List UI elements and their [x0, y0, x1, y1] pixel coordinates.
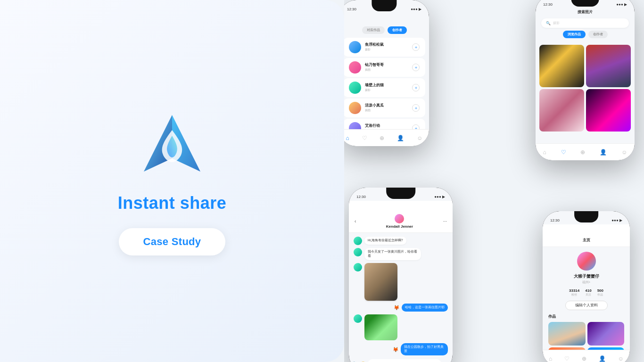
chat-header: ‹ Kendall Jenner ··· [349, 201, 453, 233]
back-button[interactable]: ‹ [355, 219, 356, 224]
profile-content: 大猴子蟹蟹仔 福州+ 33314 粉丝 410 关注 500 作品 [543, 247, 630, 362]
profile-name: 大猴子蟹蟹仔 [574, 273, 599, 280]
follow-sub-3: 摄影 [365, 88, 412, 92]
chat-msg-2: 我今天发了一张黄川图片，给你看看 [354, 248, 448, 260]
msg-bubble-2: 我今天发了一张黄川图片，给你看看 [364, 248, 421, 260]
emoji-1: 🦊 [394, 305, 399, 310]
right-panel: 12:30 ●●● ▶ 对应作品 创作者 鱼浮松松鼠 摄影 ＋ [344, 0, 644, 362]
msg-right-1: 哈哈，这是一张画住图片耶 [402, 304, 448, 312]
photo-4[interactable] [586, 89, 631, 132]
nav-settings[interactable]: ☺ [417, 135, 422, 141]
nav-settings-2[interactable]: ☺ [621, 149, 627, 156]
chat-msg-1: Hi,海角有你最近怎样啊? [354, 237, 448, 245]
search-header: 🔍 摄影 浏览作品 创作者 [536, 16, 635, 45]
nav-profile[interactable]: 👤 [397, 135, 404, 141]
follow-info-2: 钻乃智哥哥 插图 [365, 63, 412, 72]
follow-name-2: 钻乃智哥哥 [365, 63, 412, 67]
nav-add[interactable]: ⊕ [380, 135, 384, 141]
stat-fans-number: 33314 [569, 288, 579, 293]
stat-fans-label: 粉丝 [569, 293, 579, 297]
nav-profile-2[interactable]: 👤 [600, 149, 607, 156]
photo-1[interactable] [539, 45, 584, 87]
time-3: 12:30 [356, 195, 366, 199]
nav-home-4[interactable]: ⌂ [549, 355, 552, 362]
chat-input[interactable]: 请请输入文字 [368, 359, 441, 362]
bottom-nav-1: ⌂ ♡ ⊕ 👤 ☺ [344, 129, 429, 146]
follow-btn-3[interactable]: ＋ [412, 84, 420, 91]
follow-name-4: 活泼小真瓜 [365, 103, 412, 108]
time-4: 12:30 [550, 218, 560, 222]
profile-stats: 33314 粉丝 410 关注 500 作品 [569, 288, 603, 297]
msg-image-2 [364, 314, 397, 340]
nav-home-2[interactable]: ⌂ [543, 149, 546, 156]
follow-info-3: 墙壁上的猫 摄影 [365, 83, 412, 92]
nav-search[interactable]: ♡ [362, 135, 367, 141]
signal-3: ●●● ▶ [434, 195, 445, 199]
msg-bubble-1: Hi,海角有你最近怎样啊? [364, 237, 406, 245]
search-bar[interactable]: 🔍 摄影 [541, 18, 629, 28]
tab-row: 对应作品 创作者 [344, 26, 429, 34]
signal-4: ●●● ▶ [611, 218, 622, 222]
time: 12:30 [347, 7, 356, 11]
search-icon: 🔍 [546, 21, 551, 25]
follow-item-4: 活泼小真瓜 插图 ＋ [344, 99, 425, 117]
stat-works-label: 作品 [597, 293, 603, 297]
search-text: 摄影 [553, 21, 560, 25]
stat-fans: 33314 粉丝 [569, 288, 579, 297]
bottom-nav-2: ⌂ ♡ ⊕ 👤 ☺ [536, 143, 635, 160]
photo-3[interactable] [539, 89, 584, 132]
emoji-2: 🦊 [393, 347, 398, 352]
nav-profile-4[interactable]: 👤 [599, 355, 606, 362]
chat-avatar [395, 214, 404, 223]
app-title: Instant share [118, 193, 227, 213]
tab-works[interactable]: 对应作品 [362, 26, 385, 34]
photo-2[interactable] [586, 45, 631, 87]
follow-sub-4: 插图 [365, 108, 412, 113]
left-panel: Instant share Case Study [0, 0, 344, 362]
nav-home[interactable]: ⌂ [346, 135, 349, 141]
follow-item-3: 墙壁上的猫 摄影 ＋ [344, 78, 425, 97]
works-section-label: 作品 [548, 314, 556, 319]
follow-name-5: 艾洛行动 [365, 123, 412, 128]
stat-works: 500 作品 [597, 288, 603, 297]
msg-image-mona [364, 263, 397, 301]
work-cell-1[interactable] [548, 322, 586, 346]
phone-following: 12:30 ●●● ▶ 对应作品 创作者 鱼浮松松鼠 摄影 ＋ [344, 0, 429, 146]
avatar-3 [349, 82, 361, 94]
msg-avatar-3 [354, 263, 362, 272]
avatar-2 [349, 61, 361, 74]
follow-btn-1[interactable]: ＋ [412, 43, 420, 51]
phone-search: 12:30 ●●● ▶ 搜索照片 🔍 摄影 浏览作品 创作者 [536, 0, 635, 160]
nav-search-4[interactable]: ♡ [564, 355, 570, 362]
nav-add-2[interactable]: ⊕ [580, 149, 585, 156]
time-2: 12:30 [543, 2, 553, 7]
follow-sub-1: 摄影 [365, 48, 412, 52]
follow-btn-4[interactable]: ＋ [412, 104, 420, 112]
chat-user-name: Kendall Jenner [386, 224, 413, 229]
phone-notch [372, 0, 396, 11]
msg-right-2: 我在公园散步，拍了好黑美景 [401, 343, 448, 355]
stat-following-number: 410 [585, 288, 591, 293]
nav-settings-4[interactable]: ☺ [618, 355, 624, 362]
tab-creators-2[interactable]: 创作者 [588, 31, 608, 38]
signal: ●●● ▶ [411, 7, 421, 11]
follow-name-1: 鱼浮松松鼠 [365, 42, 412, 47]
nav-add-4[interactable]: ⊕ [582, 355, 586, 362]
chat-msg-5 [354, 314, 448, 340]
nav-search-2[interactable]: ♡ [561, 149, 566, 156]
msg-avatar-5 [354, 314, 362, 323]
tab-browse[interactable]: 浏览作品 [563, 31, 586, 38]
more-options[interactable]: ··· [443, 219, 447, 224]
edit-profile-button[interactable]: 编辑个人资料 [565, 301, 608, 310]
phone-chat: 12:30 ●●● ▶ ‹ Kendall Jenner ··· Hi,海角有你… [349, 188, 453, 362]
stat-following-label: 关注 [585, 293, 591, 297]
follow-item-1: 鱼浮松松鼠 摄影 ＋ [344, 38, 425, 57]
work-cell-2[interactable] [587, 322, 625, 346]
follow-info-1: 鱼浮松松鼠 摄影 [365, 42, 412, 52]
chat-msg-6: 我在公园散步，拍了好黑美景 🦊 [354, 343, 448, 355]
phone-notch-4 [574, 211, 599, 222]
case-study-button[interactable]: Case Study [119, 228, 226, 255]
tab-creators[interactable]: 创作者 [388, 26, 407, 34]
chat-title-area: Kendall Jenner [386, 214, 413, 229]
follow-btn-2[interactable]: ＋ [412, 64, 420, 71]
